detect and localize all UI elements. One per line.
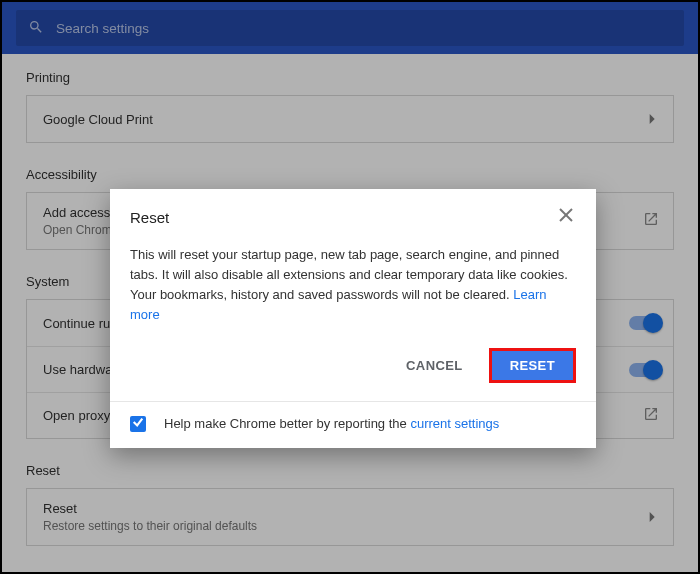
- dialog-footer: Help make Chrome better by reporting the…: [110, 401, 596, 448]
- reset-button[interactable]: RESET: [489, 348, 576, 383]
- dialog-body-text: This will reset your startup page, new t…: [130, 247, 568, 302]
- reset-dialog: Reset This will reset your startup page,…: [110, 189, 596, 448]
- current-settings-link[interactable]: current settings: [410, 416, 499, 431]
- footer-text: Help make Chrome better by reporting the…: [164, 416, 499, 431]
- close-button[interactable]: [556, 207, 576, 227]
- dialog-body: This will reset your startup page, new t…: [110, 235, 596, 332]
- check-icon: [132, 416, 144, 431]
- footer-pre: Help make Chrome better by reporting the: [164, 416, 410, 431]
- close-icon: [559, 208, 573, 226]
- dialog-title: Reset: [130, 209, 556, 226]
- report-checkbox[interactable]: [130, 416, 146, 432]
- cancel-button[interactable]: CANCEL: [390, 348, 479, 383]
